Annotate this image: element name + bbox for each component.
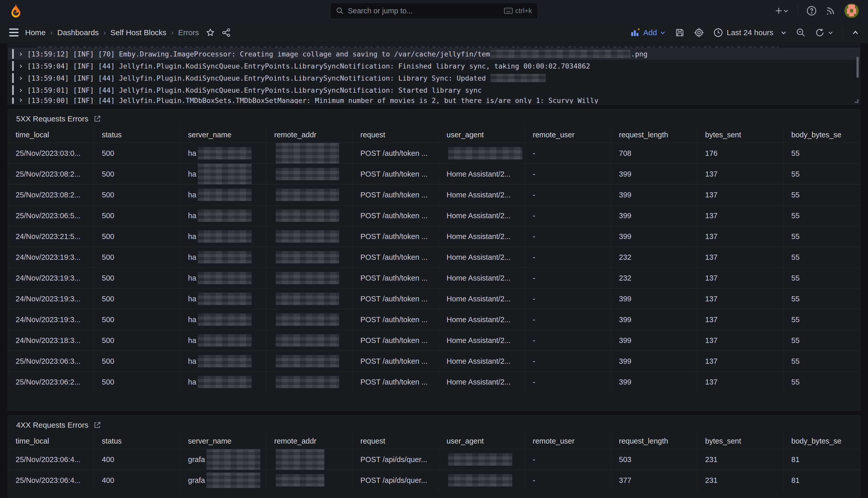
column-header[interactable]: bytes_sent: [697, 433, 784, 449]
breadcrumb-dashboards[interactable]: Dashboards: [57, 28, 99, 37]
scrollbar-thumb[interactable]: [856, 57, 859, 78]
panel-title[interactable]: 4XX Requests Errors: [16, 421, 89, 430]
expand-log-icon[interactable]: ›: [18, 50, 23, 58]
table-cell: POST /auth/token ...: [353, 289, 439, 309]
column-header[interactable]: remote_addr: [267, 433, 353, 449]
column-header[interactable]: status: [94, 127, 180, 143]
log-row[interactable]: ›[13:59:12] [INF] [70] Emby.Drawing.Imag…: [8, 48, 860, 60]
menu-icon[interactable]: [9, 28, 18, 37]
column-header[interactable]: remote_addr: [267, 127, 353, 143]
redacted-text: [198, 355, 252, 367]
breadcrumb-home[interactable]: Home: [25, 28, 46, 37]
table-cell: 176: [697, 143, 784, 163]
external-link-icon[interactable]: [93, 421, 101, 429]
new-button[interactable]: [774, 6, 789, 15]
help-icon[interactable]: [806, 6, 817, 16]
breadcrumb-separator: ›: [171, 28, 173, 37]
column-header[interactable]: server_name: [180, 433, 267, 449]
table-cell: -: [525, 268, 611, 288]
table-row: 24/Nov/2023:19:3...500haPOST /auth/token…: [8, 267, 860, 288]
news-rss-icon[interactable]: [825, 6, 836, 16]
collapse-toolbar-icon[interactable]: [852, 29, 859, 36]
column-header[interactable]: request: [353, 127, 439, 143]
log-row[interactable]: ›[13:59:01] [INF] [44] Jellyfin.Plugin.K…: [8, 84, 860, 96]
time-range-picker[interactable]: Last 24 hours: [713, 28, 787, 38]
column-header[interactable]: bytes_sent: [697, 127, 784, 143]
favorite-star-icon[interactable]: [206, 28, 215, 37]
table-cell: grafa: [180, 470, 267, 490]
panel-resize-handle[interactable]: [855, 99, 858, 103]
table-cell: 55: [784, 268, 860, 288]
redacted-text: [198, 272, 252, 284]
dashboard-settings-icon[interactable]: [694, 27, 704, 38]
user-avatar[interactable]: [844, 4, 859, 18]
log-level-bar: [12, 73, 14, 83]
column-header[interactable]: remote_user: [525, 433, 611, 449]
log-row[interactable]: ›[13:59:04] [INF] [44] Jellyfin.Plugin.K…: [8, 72, 860, 84]
column-header[interactable]: request_length: [611, 433, 697, 449]
table-cell: Home Assistant/2...: [439, 330, 525, 351]
add-panel-button[interactable]: Add: [630, 28, 666, 37]
column-header[interactable]: remote_user: [525, 127, 611, 143]
chevron-down-icon: [783, 8, 789, 14]
expand-log-icon[interactable]: ›: [18, 62, 23, 70]
table-cell: 25/Nov/2023:06:3...: [8, 351, 94, 371]
log-row[interactable]: ›[13:59:04] [INF] [44] Jellyfin.Plugin.K…: [8, 60, 860, 72]
table-cell: 137: [697, 268, 784, 288]
table-cell: [267, 143, 353, 163]
column-header[interactable]: status: [94, 433, 180, 449]
table-cell: 500: [94, 164, 180, 184]
table-cell: ha: [180, 226, 267, 247]
table-cell: Home Assistant/2...: [439, 309, 525, 330]
redacted-text: [206, 449, 260, 470]
grafana-logo[interactable]: [9, 3, 23, 18]
column-header[interactable]: server_name: [180, 127, 267, 143]
breadcrumb-self-host-blocks[interactable]: Self Host Blocks: [110, 28, 166, 37]
column-header[interactable]: request: [353, 433, 439, 449]
table-cell: 137: [697, 372, 784, 392]
table-cell: [267, 185, 353, 205]
expand-log-icon[interactable]: ›: [18, 96, 23, 104]
zoom-out-time-icon[interactable]: [796, 28, 806, 38]
table-cell: 25/Nov/2023:06:4...: [8, 470, 94, 490]
table-row: 25/Nov/2023:06:4...400grafaPOST /api/ds/…: [8, 470, 860, 490]
panel-title[interactable]: 5XX Requests Errors: [16, 115, 89, 123]
table-cell: 55: [784, 226, 860, 247]
refresh-icon[interactable]: [815, 28, 833, 38]
column-header[interactable]: time_local: [8, 127, 94, 143]
search-box[interactable]: ctrl+k: [330, 3, 538, 19]
expand-log-icon[interactable]: ›: [18, 74, 23, 82]
breadcrumb-errors[interactable]: Errors: [178, 28, 199, 37]
table-cell: 500: [94, 268, 180, 288]
share-icon[interactable]: [222, 28, 231, 37]
column-header[interactable]: user_agent: [439, 433, 525, 449]
table-cell: 25/Nov/2023:06:2...: [8, 372, 94, 392]
table-cell: 24/Nov/2023:19:3...: [8, 247, 94, 267]
save-dashboard-icon[interactable]: [675, 28, 684, 38]
log-level-bar: [12, 49, 14, 59]
column-header[interactable]: user_agent: [439, 127, 525, 143]
table-row: 25/Nov/2023:08:2...500haPOST /auth/token…: [8, 163, 860, 184]
table-cell: 399: [611, 205, 697, 226]
column-header[interactable]: body_bytes_se: [784, 127, 860, 143]
table-cell: 25/Nov/2023:08:2...: [8, 164, 94, 184]
log-level-bar: [12, 97, 14, 104]
table-cell: 500: [94, 351, 180, 371]
table-cell: 500: [94, 330, 180, 351]
table-cell: 55: [784, 330, 860, 351]
table-cell: Home Assistant/2...: [439, 185, 525, 205]
table-cell: 399: [611, 372, 697, 392]
column-header[interactable]: time_local: [8, 433, 94, 449]
column-header[interactable]: request_length: [611, 127, 697, 143]
panel-4xx-requests-errors: 4XX Requests Errors time_localstatusserv…: [8, 415, 860, 498]
table-cell: POST /auth/token ...: [353, 143, 439, 163]
table-cell: 137: [697, 226, 784, 247]
redacted-text: [198, 376, 252, 388]
external-link-icon[interactable]: [93, 115, 101, 123]
log-text: [13:59:12] [INF] [70] Emby.Drawing.Image…: [27, 50, 647, 58]
expand-log-icon[interactable]: ›: [18, 86, 23, 94]
log-row[interactable]: ›[13:59:00] [INF] [44] Jellyfin.Plugin.T…: [8, 96, 860, 104]
search-input[interactable]: [348, 7, 504, 15]
table-cell: 503: [611, 449, 697, 470]
column-header[interactable]: body_bytes_se: [784, 433, 860, 449]
